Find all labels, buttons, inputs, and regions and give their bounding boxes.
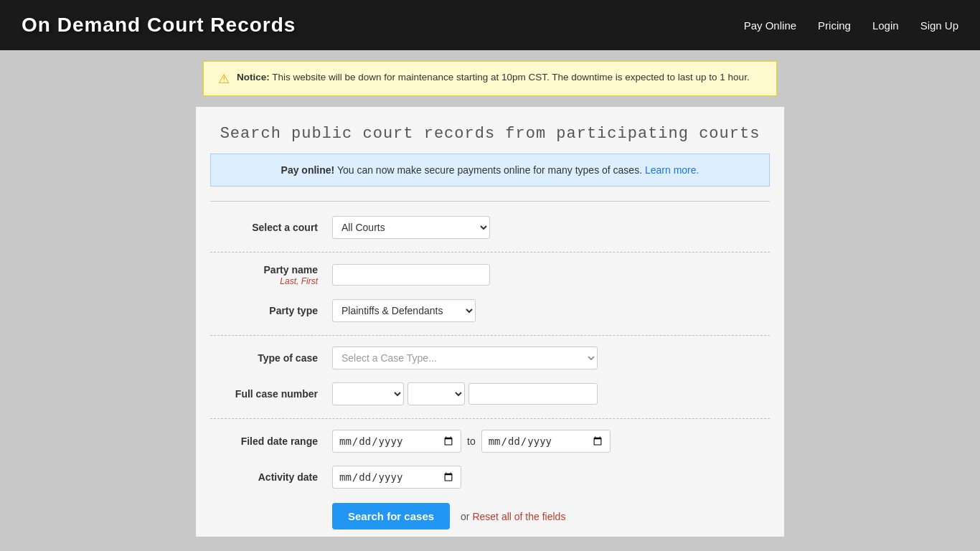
- main-content: Search public court records from partici…: [196, 107, 784, 537]
- pay-online-nav-link[interactable]: Pay Online: [744, 19, 796, 32]
- notice-text: Notice: This website will be down for ma…: [237, 70, 750, 85]
- search-form: Select a court All Courts Party name Las…: [196, 209, 784, 537]
- case-type-select[interactable]: Select a Case Type...: [332, 347, 598, 369]
- full-case-row: Full case number: [210, 382, 770, 405]
- notice-prefix: Notice:: [237, 72, 270, 83]
- court-select[interactable]: All Courts: [332, 216, 490, 239]
- case-type-code-select[interactable]: [407, 382, 465, 405]
- filed-date-from[interactable]: [332, 430, 461, 453]
- party-name-input[interactable]: [332, 264, 490, 286]
- party-name-label-group: Party name Last, First: [210, 263, 325, 286]
- notice-banner: ⚠ Notice: This website will be down for …: [203, 61, 777, 96]
- pay-banner-bold: Pay online!: [281, 164, 335, 176]
- filed-date-label: Filed date range: [210, 435, 325, 447]
- party-name-row: Party name Last, First: [210, 263, 770, 286]
- filed-date-inputs: to: [332, 430, 611, 453]
- login-nav-link[interactable]: Login: [872, 19, 899, 32]
- full-case-label: Full case number: [210, 388, 325, 400]
- filed-date-to[interactable]: [481, 430, 611, 453]
- section-divider-3: [210, 418, 770, 419]
- court-row: Select a court All Courts: [210, 216, 770, 239]
- case-prefix-select[interactable]: [332, 382, 404, 405]
- activity-date-row: Activity date: [210, 466, 770, 489]
- search-button[interactable]: Search for cases: [332, 503, 450, 529]
- section-divider-2: [210, 335, 770, 336]
- party-name-sublabel: Last, First: [210, 276, 318, 286]
- to-label: to: [467, 435, 476, 447]
- pricing-nav-link[interactable]: Pricing: [818, 19, 851, 32]
- party-name-label: Party name: [264, 264, 318, 276]
- reset-text: or Reset all of the fields: [461, 511, 565, 522]
- case-type-label: Type of case: [210, 352, 325, 364]
- case-number-input[interactable]: [468, 383, 598, 405]
- party-type-row: Party type Plaintiffs & Defendants Plain…: [210, 299, 770, 322]
- activity-date-input[interactable]: [332, 466, 461, 489]
- party-type-label: Party type: [210, 305, 325, 316]
- filed-date-row: Filed date range to: [210, 430, 770, 453]
- learn-more-link[interactable]: Learn more.: [645, 164, 699, 176]
- site-header: On Demand Court Records Pay Online Prici…: [0, 0, 980, 50]
- page-title: Search public court records from partici…: [196, 107, 784, 154]
- form-button-row: Search for cases or Reset all of the fie…: [210, 503, 770, 529]
- pay-online-banner: Pay online! You can now make secure paym…: [210, 154, 770, 187]
- full-case-inputs: [332, 382, 598, 405]
- pay-banner-text: You can now make secure payments online …: [337, 164, 642, 176]
- warning-icon: ⚠: [218, 71, 230, 87]
- case-type-row: Type of case Select a Case Type...: [210, 347, 770, 369]
- notice-body: This website will be down for maintenanc…: [272, 72, 749, 83]
- activity-date-label: Activity date: [210, 471, 325, 483]
- signup-nav-link[interactable]: Sign Up: [920, 19, 958, 32]
- top-divider: [210, 201, 770, 202]
- section-divider-1: [210, 252, 770, 253]
- reset-link[interactable]: Reset all of the fields: [472, 511, 565, 522]
- court-label: Select a court: [210, 222, 325, 233]
- party-type-select[interactable]: Plaintiffs & Defendants Plaintiffs Defen…: [332, 299, 476, 322]
- main-nav: Pay Online Pricing Login Sign Up: [744, 19, 958, 32]
- site-logo: On Demand Court Records: [22, 14, 296, 37]
